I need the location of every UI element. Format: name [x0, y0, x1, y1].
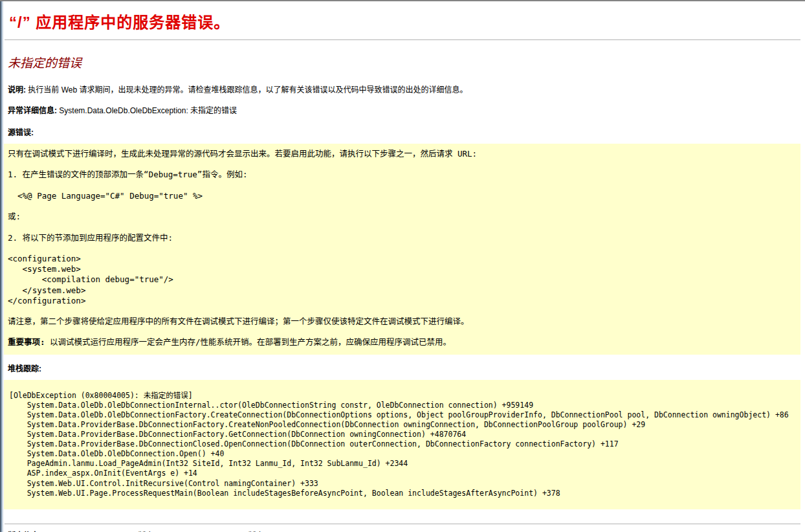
- error-page: { "header": { "title": "“/” 应用程序中的服务器错误。…: [0, 0, 805, 532]
- version-info-line: 版本信息: Microsoft .NET Framework 版本:2.0.50…: [8, 529, 800, 532]
- stack-trace-label: 堆栈跟踪:: [8, 362, 800, 373]
- stack-trace-text: [OleDbException (0x80004005): 未指定的错误] Sy…: [9, 391, 795, 498]
- window-left-edge: [0, 1, 3, 532]
- important-note-line: 重要事项: 以调试模式运行应用程序一定会产生内存/性能系统开销。在部署到生产方案…: [8, 337, 795, 348]
- important-note-label: 重要事项:: [8, 337, 45, 347]
- source-error-label: 源错误:: [8, 126, 800, 137]
- stack-trace-panel: [OleDbException (0x80004005): 未指定的错误] Sy…: [4, 380, 800, 509]
- footer: 版本信息: Microsoft .NET Framework 版本:2.0.50…: [8, 524, 800, 532]
- exception-detail-text: System.Data.OleDb.OleDbException: 未指定的错误: [59, 106, 237, 115]
- error-page-content: “/” 应用程序中的服务器错误。 未指定的错误 说明: 执行当前 Web 请求期…: [0, 10, 805, 532]
- description-label: 说明:: [8, 85, 26, 94]
- title-divider: [5, 39, 800, 40]
- source-error-text: 只有在调试模式下进行编译时，生成此未处理异常的源代码才会显示出来。若要启用此功能…: [8, 149, 795, 327]
- exception-detail-line: 异常详细信息: System.Data.OleDb.OleDbException…: [8, 105, 800, 116]
- description-text: 执行当前 Web 请求期间，出现未处理的异常。请检查堆栈跟踪信息，以了解有关该错…: [28, 85, 467, 94]
- page-title: “/” 应用程序中的服务器错误。: [9, 10, 800, 32]
- error-subtitle: 未指定的错误: [8, 53, 800, 71]
- source-error-panel: 只有在调试模式下进行编译时，生成此未处理异常的源代码才会显示出来。若要启用此功能…: [4, 144, 800, 355]
- description-line: 说明: 执行当前 Web 请求期间，出现未处理的异常。请检查堆栈跟踪信息，以了解…: [8, 85, 800, 95]
- footer-divider: [5, 524, 800, 524]
- exception-detail-label: 异常详细信息:: [8, 106, 57, 115]
- important-note-text: 以调试模式运行应用程序一定会产生内存/性能系统开销。在部署到生产方案之前，应确保…: [50, 337, 451, 347]
